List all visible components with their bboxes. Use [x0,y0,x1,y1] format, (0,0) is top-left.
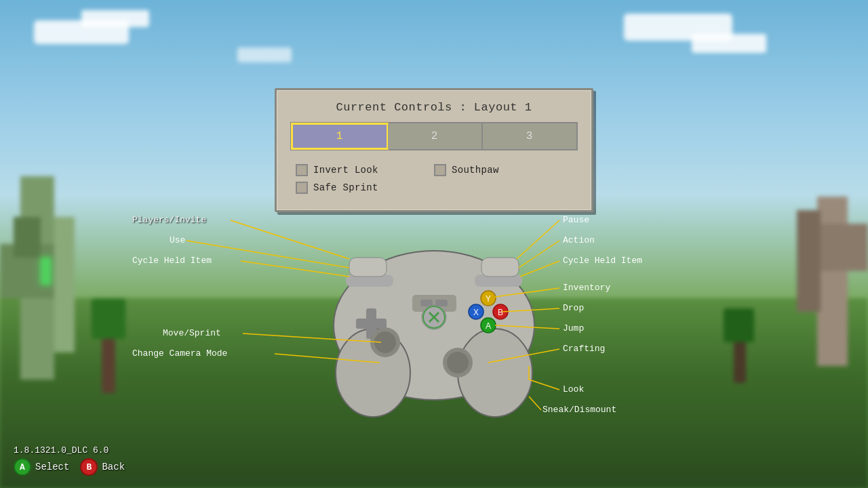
safe-sprint-checkbox[interactable] [296,182,308,194]
button-hints: A Select B Back [14,458,125,476]
version-text: 1.8.1321.0_DLC 6.0 [14,445,125,455]
tab-layout-3[interactable]: 3 [483,123,576,149]
southpaw-checkbox[interactable] [434,164,446,176]
select-hint: A Select [14,458,69,476]
safe-sprint-label: Safe Sprint [313,182,378,193]
back-hint: B Back [80,458,125,476]
invert-look-checkbox[interactable] [296,164,308,176]
b-button-icon: B [80,458,98,476]
select-label: Select [35,462,69,472]
back-label: Back [102,462,125,472]
invert-look-option: Invert Look [296,164,434,176]
tab-layout-2[interactable]: 2 [388,123,483,149]
tab-layout-1[interactable]: 1 [291,123,389,150]
invert-look-label: Invert Look [313,165,378,176]
southpaw-option: Southpaw [434,164,572,176]
dialog-title: Current Controls : Layout 1 [290,101,578,114]
controls-dialog: Current Controls : Layout 1 1 2 3 Invert… [275,88,593,212]
bottom-bar: 1.8.1321.0_DLC 6.0 A Select B Back [14,445,125,476]
scene [0,0,868,488]
layout-tabs: 1 2 3 [290,122,578,150]
options-panel: Invert Look Southpaw Safe Sprint [290,161,578,197]
southpaw-label: Southpaw [452,165,499,176]
safe-sprint-option: Safe Sprint [296,182,434,194]
a-button-icon: A [14,458,31,476]
